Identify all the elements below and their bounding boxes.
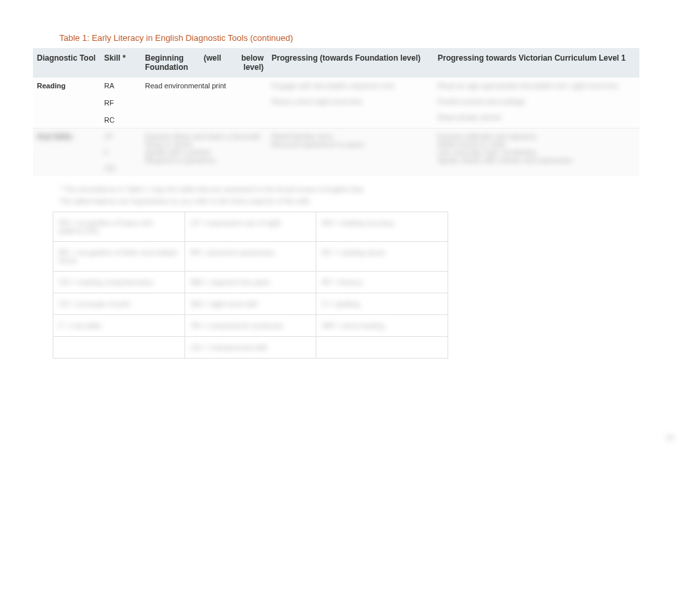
cell-beginning: Read environmental print — [141, 78, 268, 129]
legend-cell: RA = recognition of basic text patterns … — [53, 212, 185, 242]
legend-cell: WR = word reading — [316, 315, 448, 337]
legend-cell — [316, 337, 448, 359]
header-skill: Skill * — [100, 48, 141, 78]
cell-progressing-l1: Read an age appropriate decodable text, … — [434, 78, 639, 129]
legend-table: RA = recognition of basic text patterns … — [53, 212, 448, 359]
legend-cell: WB = segment into parts — [185, 272, 316, 293]
legend-cell: SW = sight word skill — [185, 293, 316, 315]
header-progressing-f: Progressing (towards Foundation level) — [268, 48, 434, 78]
legend-cell — [53, 337, 185, 359]
table-row: Reading RA RF RC Read environmental prin… — [33, 78, 639, 129]
table-caption: Table 1: Early Literacy in English Diagn… — [59, 33, 674, 43]
legend-cell: RE = recognition of letter and related f… — [53, 242, 185, 272]
legend-cell: CK = concepts of print — [53, 293, 185, 315]
cell-beginning: Express ideas and share a favouriteSong … — [141, 129, 268, 177]
cell-progressing-f: Engage with decodable sequence text Read… — [268, 78, 434, 129]
header-beginning: Beginning (well below Foundation level) — [141, 48, 268, 78]
cell-tool: Oral Skills — [33, 129, 100, 177]
header-progressing-l1: Progressing towards Victorian Curriculum… — [434, 48, 639, 78]
diagnostic-table: Diagnostic Tool Skill * Beginning (well … — [33, 48, 639, 176]
page-number: 10 — [666, 434, 674, 442]
legend-cell: LP = expressive use of sight — [185, 212, 316, 242]
footnote: * The annotations in Table 1 map the ski… — [59, 185, 674, 193]
cell-progressing-f: Retell familiar storyRecount experience … — [268, 129, 434, 177]
legend-cell: RC = reading aloud — [316, 242, 448, 272]
cell-skills: LP F vSL — [100, 129, 141, 177]
header-diagnostic-tool: Diagnostic Tool — [33, 48, 100, 78]
legend-cell: RA = reading accuracy — [316, 212, 448, 242]
cell-skills: RA RF RC — [100, 78, 141, 129]
legend-cell: S = spelling — [316, 293, 448, 315]
table-row: Oral Skills LP F vSL Express ideas and s… — [33, 129, 639, 177]
legend-cell: vSL = interpersonal skill — [185, 337, 316, 359]
legend-cell: RF = fluency — [316, 272, 448, 293]
cell-tool: Reading — [33, 78, 100, 129]
legend-cell: F = oral skills — [53, 315, 185, 337]
legend-lead: The abbreviations are hyperlinked so you… — [59, 197, 674, 205]
cell-progressing-l1: Express attitudes and opinionsRetell eve… — [434, 129, 639, 177]
legend-cell: CR = reading comprehension — [53, 272, 185, 293]
legend-cell: PA = phoneme awareness — [185, 242, 316, 272]
legend-cell: TB = comprehend constructs — [185, 315, 316, 337]
